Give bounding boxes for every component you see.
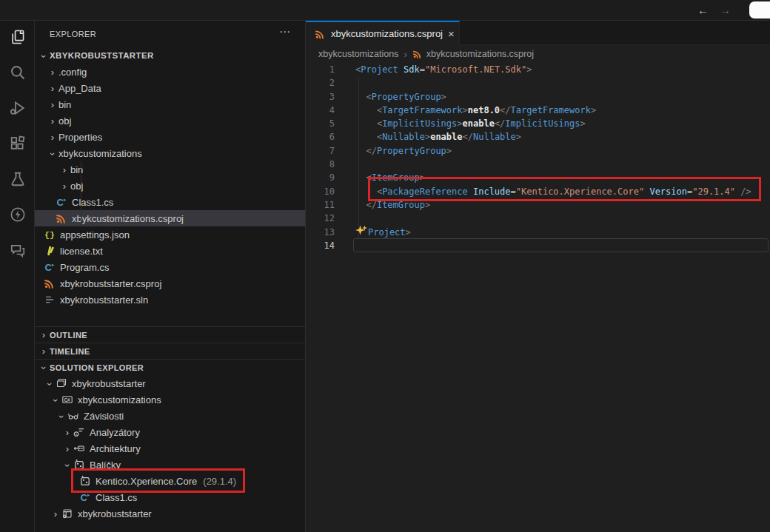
csproj-icon — [56, 212, 67, 224]
csharp-project-icon: C# — [61, 394, 73, 405]
csharp-icon: C — [44, 261, 56, 273]
tree-item-label: xbykcustomizations — [78, 394, 161, 405]
solution-item-z-vislosti[interactable]: ›Závislosti — [35, 408, 305, 424]
explorer-item-obj[interactable]: ›obj — [35, 112, 305, 129]
tab-xbykcustomizations-csproj[interactable]: xbykcustomizations.csproj × — [306, 21, 460, 45]
tree-item-label: xbykcustomizations.csproj — [72, 213, 184, 224]
activity-search-button[interactable] — [0, 56, 35, 92]
explorer-item-xbykcustomizations[interactable]: ›xbykcustomizations — [35, 145, 305, 161]
svg-text:C#: C# — [64, 397, 70, 403]
tree-item-label: appsettings.json — [60, 229, 130, 240]
floating-widget — [749, 1, 770, 18]
solution-item-xbykrobuststarter[interactable]: ›xbykrobuststarter — [35, 375, 305, 391]
activity-explorer-button[interactable] — [0, 21, 35, 56]
activity-run-debug-button[interactable] — [0, 92, 35, 127]
breadcrumb-folder[interactable]: xbykcustomizations — [318, 49, 398, 59]
section-solution-explorer[interactable]: › SOLUTION EXPLORER — [35, 359, 305, 375]
breadcrumb: xbykcustomizations › xbykcustomizations.… — [306, 45, 770, 63]
chevron-right-icon: › — [61, 427, 73, 438]
line-number: 5 — [306, 117, 335, 130]
indent-guide — [358, 77, 359, 239]
solution-item-xbykrobuststarter[interactable]: ›xbykrobuststarter — [35, 505, 305, 522]
line-number: 13 — [306, 226, 335, 239]
explorer-tree: ›XBYKROBUSTSTARTER›.config›App_Data›bin›… — [35, 47, 305, 308]
explorer-item-app-data[interactable]: ›App_Data — [35, 80, 305, 96]
line-number: 4 — [306, 104, 335, 117]
more-actions-button[interactable]: ⋯ — [279, 25, 290, 38]
breadcrumb-separator: › — [404, 49, 406, 60]
explorer-item-config[interactable]: ›.config — [35, 64, 305, 80]
close-icon[interactable]: × — [448, 27, 455, 40]
chevron-right-icon: › — [47, 67, 58, 78]
line-number: 10 — [306, 185, 335, 198]
code-line-13: 13Project> — [306, 226, 770, 239]
code-line-6: 6 <Nullable>enable</Nullable> — [306, 130, 770, 144]
activity-bar — [0, 21, 35, 532]
explorer-item-license-txt[interactable]: license.txt — [35, 243, 305, 259]
chevron-right-icon: › — [58, 164, 70, 175]
explorer-item-class1-cs[interactable]: CClass1.cs — [35, 194, 305, 210]
chevron-down-icon: › — [44, 378, 56, 390]
csproj-icon — [315, 28, 326, 39]
line-number: 2 — [306, 76, 335, 90]
code-line-3: 3 <PropertyGroup> — [306, 90, 770, 104]
activity-testing-button[interactable] — [0, 163, 35, 198]
tree-item-label: Class1.cs — [96, 492, 137, 503]
explorer-item-xbykrobuststarter-csproj[interactable]: xbykrobuststarter.csproj — [35, 275, 305, 292]
tree-item-label: xbykrobuststarter.csproj — [60, 278, 161, 289]
code-line-7: 7 </PropertyGroup> — [306, 144, 770, 158]
activity-chat-button[interactable] — [0, 234, 35, 269]
code-editor[interactable]: 1<Project Sdk="Microsoft.NET.Sdk">23 <Pr… — [306, 63, 770, 532]
explorer-item-xbykcustomizations-csproj[interactable]: xbykcustomizations.csproj — [35, 210, 305, 226]
section-timeline[interactable]: › TIMELINE — [35, 343, 305, 359]
line-number: 1 — [306, 63, 335, 76]
explorer-item-xbykrobuststarter[interactable]: ›XBYKROBUSTSTARTER — [35, 47, 305, 64]
chevron-right-icon: › — [47, 132, 58, 143]
comments-icon — [10, 242, 26, 261]
code-line-8: 8 — [306, 158, 770, 171]
lightning-icon — [10, 206, 26, 226]
explorer-item-obj[interactable]: ›obj — [35, 178, 305, 194]
tree-item-label: obj — [58, 115, 71, 127]
extensions-icon — [10, 135, 26, 155]
chevron-right-icon: › — [38, 346, 50, 357]
tree-item-label: .config — [58, 67, 87, 78]
run-debug-icon — [10, 100, 26, 119]
solution-item-analyz-tory[interactable]: ›Analyzátory — [35, 424, 305, 440]
annotation-box-sidebar — [71, 468, 245, 493]
nav-forward-button[interactable]: → — [720, 2, 731, 18]
solution-item-xbykcustomizations[interactable]: ›C#xbykcustomizations — [35, 391, 305, 408]
tree-item-label: license.txt — [60, 246, 103, 257]
solution-icon — [56, 377, 67, 389]
chevron-down-icon: › — [50, 394, 61, 406]
explorer-item-xbykrobuststarter-sln[interactable]: xbykrobuststarter.sln — [35, 292, 305, 308]
csproj-icon — [44, 277, 56, 289]
solution-item-architektury[interactable]: ›Architektury — [35, 440, 305, 457]
activity-thunder-button[interactable] — [0, 198, 35, 234]
annotation-box-editor — [368, 177, 761, 201]
tree-item-label: xbykrobuststarter.sln — [60, 294, 148, 306]
chevron-right-icon: › — [50, 508, 61, 519]
activity-extensions-button[interactable] — [0, 127, 35, 163]
chevron-down-icon: › — [47, 148, 58, 160]
explorer-item-properties[interactable]: ›Properties — [35, 129, 305, 145]
indent-guide — [81, 161, 81, 226]
explorer-item-bin[interactable]: ›bin — [35, 161, 305, 178]
explorer-item-program-cs[interactable]: CProgram.cs — [35, 259, 305, 275]
tree-item-label: Závislosti — [84, 411, 124, 422]
line-number: 6 — [306, 130, 335, 144]
line-number: 11 — [306, 198, 335, 212]
tree-item-label: xbykrobuststarter — [78, 508, 152, 519]
csharp-icon: C — [56, 196, 67, 208]
chevron-down-icon: › — [38, 362, 50, 374]
svg-text:C: C — [81, 492, 88, 503]
breadcrumb-file[interactable]: xbykcustomizations.csproj — [426, 49, 534, 59]
json-icon: {} — [44, 229, 56, 240]
nav-back-button[interactable]: ← — [697, 2, 709, 18]
explorer-item-appsettings-json[interactable]: {}appsettings.json — [35, 226, 305, 243]
svg-text:C: C — [45, 262, 53, 273]
section-outline[interactable]: › OUTLINE — [35, 326, 305, 343]
explorer-item-bin[interactable]: ›bin — [35, 96, 305, 112]
chevron-down-icon: › — [56, 411, 67, 422]
tree-item-label: App_Data — [58, 83, 101, 94]
